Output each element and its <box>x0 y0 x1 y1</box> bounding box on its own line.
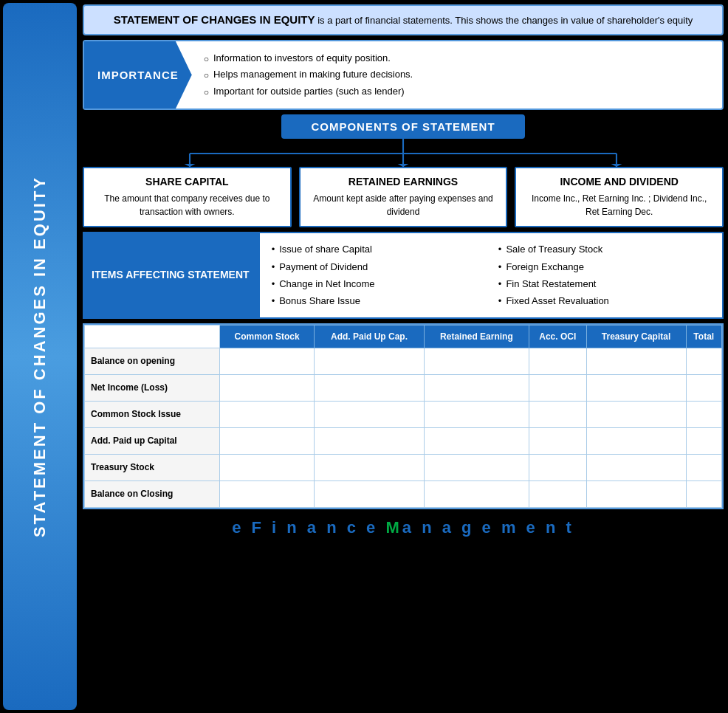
item-6: •Foreign Exchange <box>498 258 710 275</box>
cell-6-4 <box>529 480 586 507</box>
sidebar: STATEMENT OF CHANGES IN EQUITY <box>3 3 77 710</box>
header-title: STATEMENT OF CHANGES IN EQUITY is a part… <box>96 13 710 27</box>
share-capital-title: SHARE CAPITAL <box>92 176 283 187</box>
item-5: •Sale of Treasury Stock <box>498 241 710 258</box>
bullet-icon-1: ○ <box>204 52 209 66</box>
cell-4-5 <box>586 427 686 454</box>
table-header-row: Common Stock Add. Paid Up Cap. Retained … <box>85 325 722 348</box>
cell-1-3 <box>424 348 529 374</box>
cell-2-3 <box>424 374 529 401</box>
table-row: Net Income (Loss) <box>85 374 722 401</box>
cell-5-2 <box>315 454 425 480</box>
table-row: Add. Paid up Capital <box>85 427 722 454</box>
item-4: •Bonus Share Issue <box>272 292 484 309</box>
cell-1-6 <box>686 348 722 374</box>
component-income-dividend: INCOME AND DIVIDEND Income Inc., Ret Ear… <box>515 167 724 227</box>
cell-4-2 <box>315 427 425 454</box>
row-label-5: Treasury Stock <box>85 454 220 480</box>
component-boxes: SHARE CAPITAL The amount that company re… <box>83 167 724 227</box>
cell-2-6 <box>686 374 722 401</box>
col-paid-up: Add. Paid Up Cap. <box>315 325 425 348</box>
cell-5-1 <box>220 454 315 480</box>
cell-1-4 <box>529 348 586 374</box>
item-7: •Fin Stat Restatement <box>498 275 710 292</box>
cell-6-2 <box>315 480 425 507</box>
income-dividend-desc: Income Inc., Ret Earning Inc. ; Dividend… <box>523 192 715 218</box>
cell-1-5 <box>586 348 686 374</box>
main-content: STATEMENT OF CHANGES IN EQUITY is a part… <box>80 0 728 713</box>
sidebar-title: STATEMENT OF CHANGES IN EQUITY <box>31 176 49 537</box>
cell-4-4 <box>529 427 586 454</box>
row-label-1: Balance on opening <box>85 348 220 374</box>
components-section: COMPONENTS OF STATEMENT SHARE CAPITAL Th… <box>83 114 724 227</box>
col-treasury: Treasury Capital <box>586 325 686 348</box>
component-share-capital: SHARE CAPITAL The amount that company re… <box>83 167 292 227</box>
cell-3-6 <box>686 401 722 427</box>
col-total: Total <box>686 325 722 348</box>
table-row: Common Stock Issue <box>85 401 722 427</box>
retained-earnings-title: RETAINED EARNINGS <box>308 176 499 187</box>
items-col-1: •Issue of share Capital •Payment of Divi… <box>272 241 484 310</box>
components-header: COMPONENTS OF STATEMENT <box>281 114 524 139</box>
cell-1-1 <box>220 348 315 374</box>
cell-5-4 <box>529 454 586 480</box>
header-subtitle: is a part of financial statements. This … <box>315 15 693 26</box>
importance-bullet-3: ○ Important for outside parties (such as… <box>204 83 413 100</box>
items-section: ITEMS AFFECTING STATEMENT •Issue of shar… <box>83 232 724 319</box>
share-capital-desc: The amount that company receives due to … <box>92 192 283 218</box>
importance-label: IMPORTANCE <box>84 41 192 108</box>
table-row: Balance on Closing <box>85 480 722 507</box>
cell-5-6 <box>686 454 722 480</box>
item-2: •Payment of Dividend <box>272 258 484 275</box>
importance-bullet-2: ○ Helps management in making future deci… <box>204 66 413 83</box>
importance-section: IMPORTANCE ○ Information to investors of… <box>83 40 724 110</box>
cell-6-1 <box>220 480 315 507</box>
component-retained-earnings: RETAINED EARNINGS Amount kept aside afte… <box>299 167 508 227</box>
bullet-icon-2: ○ <box>204 68 209 83</box>
row-label-3: Common Stock Issue <box>85 401 220 427</box>
cell-3-1 <box>220 401 315 427</box>
col-common-stock: Common Stock <box>220 325 315 348</box>
col-retained: Retained Earning <box>424 325 529 348</box>
header-banner: STATEMENT OF CHANGES IN EQUITY is a part… <box>83 4 724 35</box>
footer: e F i n a n c e Ma n a g e m e n t <box>83 514 724 542</box>
cell-2-1 <box>220 374 315 401</box>
cell-6-5 <box>586 480 686 507</box>
footer-text-green: M <box>385 518 402 537</box>
table-row: Balance on opening <box>85 348 722 374</box>
importance-content: ○ Information to investors of equity pos… <box>192 41 425 108</box>
cell-3-3 <box>424 401 529 427</box>
retained-earnings-desc: Amount kept aside after paying expenses … <box>308 192 499 218</box>
items-label: ITEMS AFFECTING STATEMENT <box>83 232 258 319</box>
cell-4-3 <box>424 427 529 454</box>
table-row: Treasury Stock <box>85 454 722 480</box>
cell-4-6 <box>686 427 722 454</box>
footer-text-rest: a n a g e m e n t <box>402 518 574 537</box>
cell-2-2 <box>315 374 425 401</box>
cell-1-2 <box>315 348 425 374</box>
row-label-2: Net Income (Loss) <box>85 374 220 401</box>
row-label-4: Add. Paid up Capital <box>85 427 220 454</box>
row-label-6: Balance on Closing <box>85 480 220 507</box>
item-1: •Issue of share Capital <box>272 241 484 258</box>
cell-5-3 <box>424 454 529 480</box>
cell-4-1 <box>220 427 315 454</box>
items-content: •Issue of share Capital •Payment of Divi… <box>258 232 724 319</box>
equity-table: Common Stock Add. Paid Up Cap. Retained … <box>83 323 724 509</box>
cell-3-4 <box>529 401 586 427</box>
cell-3-2 <box>315 401 425 427</box>
bullet-icon-3: ○ <box>204 85 209 100</box>
income-dividend-title: INCOME AND DIVIDEND <box>523 176 715 187</box>
equity-data-table: Common Stock Add. Paid Up Cap. Retained … <box>84 325 722 508</box>
item-8: •Fixed Asset Revaluation <box>498 292 710 309</box>
col-label <box>85 325 220 348</box>
col-oci: Acc. OCI <box>529 325 586 348</box>
footer-text-blue: e F i n a n c e <box>232 518 385 537</box>
cell-6-3 <box>424 480 529 507</box>
cell-2-4 <box>529 374 586 401</box>
cell-2-5 <box>586 374 686 401</box>
item-3: •Change in Net Income <box>272 275 484 292</box>
items-col-2: •Sale of Treasury Stock •Foreign Exchang… <box>498 241 710 310</box>
importance-bullet-1: ○ Information to investors of equity pos… <box>204 50 413 66</box>
header-title-bold: STATEMENT OF CHANGES IN EQUITY <box>114 13 315 26</box>
